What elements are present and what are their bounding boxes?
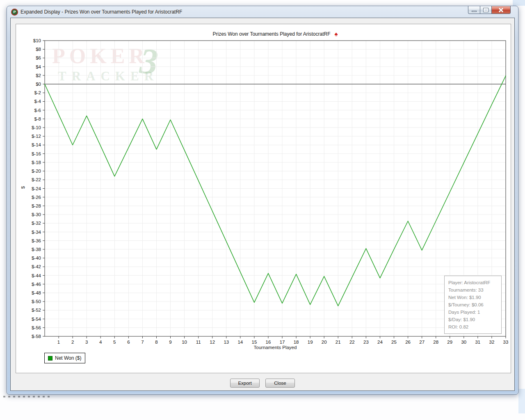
y-tick-label: $-30 [32,212,41,217]
x-tick-label: 20 [322,340,327,345]
x-tick-label: 12 [210,340,215,345]
x-tick-label: 16 [266,340,271,345]
y-tick-label: $6 [36,55,41,60]
y-tick-label: $-36 [32,238,41,243]
net-won-legend-label: Net Won ($) [55,355,81,361]
x-tick-label: 21 [336,340,341,345]
x-tick-label: 11 [196,340,201,345]
x-tick-label: 29 [447,340,452,345]
maximize-button[interactable] [480,6,492,14]
x-tick-label: 8 [155,340,158,345]
x-tick-label: 5 [113,340,116,345]
desktop-fragment-bottom-right [518,389,525,413]
y-tick-label: $-58 [32,334,41,339]
y-tick-label: $4 [36,64,41,69]
close-window-button[interactable] [491,6,511,14]
y-tick-label: $-56 [32,325,41,330]
x-tick-label: 22 [349,340,355,345]
y-tick-label: $-22 [32,177,41,182]
x-tick-label: 31 [475,340,480,345]
y-tick-label: $-34 [32,230,41,235]
y-tick-label: $-26 [32,195,41,200]
chart-panel: POKER 3 TRACKER Prizes Won over Tourname… [16,24,511,373]
x-tick-label: 15 [252,340,257,345]
x-tick-label: 14 [237,340,243,345]
y-tick-label: $-14 [32,142,41,147]
y-tick-label: $-18 [32,160,41,165]
minimize-button[interactable] [468,6,480,14]
x-tick-label: 25 [391,340,397,345]
close-button[interactable]: Close [265,379,295,388]
y-tick-label: $-44 [32,273,41,278]
expanded-display-window: P Expanded Display - Prizes Won over Tou… [7,6,518,395]
x-axis-title: Tournaments Played [45,345,506,350]
footer-buttons: Export Close [11,379,514,388]
stat-player: Player: AristocratRF [448,279,498,286]
y-tick-label: $-32 [32,221,41,226]
export-button[interactable]: Export [230,379,260,388]
x-tick-label: 33 [503,340,509,345]
player-stats-box: Player: AristocratRF Tournaments: 33 Net… [444,276,502,334]
minimize-icon [472,11,477,12]
y-tick-label: $10 [33,38,41,43]
x-tick-label: 26 [405,340,411,345]
y-tick-label: $-2 [34,90,41,95]
y-tick-label: $-38 [32,247,41,252]
y-tick-label: $-52 [32,308,41,313]
x-tick-label: 7 [141,340,144,345]
y-tick-label: $-50 [32,299,41,304]
x-tick-label: 17 [280,340,285,345]
x-tick-label: 19 [308,340,313,345]
maximize-icon [484,8,488,12]
y-tick-label: $-16 [32,151,41,156]
y-tick-label: $-10 [32,125,41,130]
chart-legend: Net Won ($) [44,353,85,363]
y-tick-label: $-46 [32,282,41,287]
pokertracker-app-icon: P [11,9,18,16]
x-tick-label: 32 [489,340,495,345]
net-won-legend-swatch [48,356,52,361]
stat-roi: ROI: 0.82 [448,323,498,331]
y-tick-label: $-6 [34,108,41,113]
x-tick-label: 13 [224,340,229,345]
x-tick-label: 2 [71,340,74,345]
x-tick-label: 23 [363,340,369,345]
y-tick-label: $-28 [32,203,41,208]
x-tick-label: 27 [419,340,425,345]
x-tick-label: 18 [294,340,299,345]
y-tick-label: $-54 [32,317,41,322]
chart-svg: $10$8$6$4$2$0$-2$-4$-6$-8$-10$-12$-14$-1… [16,24,511,374]
y-tick-label: $-4 [34,99,41,104]
x-tick-label: 1 [57,340,60,345]
x-tick-label: 6 [127,340,130,345]
x-tick-label: 9 [169,340,171,345]
stat-per-day: $/Day: $1.90 [448,316,498,323]
y-tick-label: $-12 [32,134,41,139]
x-tick-label: 28 [433,340,438,345]
stat-per-tourney: $/Tourney: $0.06 [448,301,498,308]
dialog-body: POKER 3 TRACKER Prizes Won over Tourname… [10,18,515,391]
y-tick-label: $2 [36,73,41,78]
y-tick-label: $-24 [32,186,41,191]
close-icon [498,7,504,13]
x-tick-label: 4 [99,340,102,345]
stat-tournaments: Tournaments: 33 [448,286,498,294]
desktop-fragment-top-right [513,0,525,6]
x-tick-label: 10 [182,340,187,345]
window-title: Expanded Display - Prizes Won over Tourn… [21,9,182,15]
stat-net-won: Net Won: $1.90 [448,294,498,301]
y-tick-label: $0 [36,82,41,87]
y-tick-label: $8 [36,47,41,52]
y-tick-label: $-40 [32,256,41,260]
y-axis-title: $ [21,186,25,189]
x-tick-label: 24 [377,340,383,345]
y-tick-label: $-42 [32,264,41,269]
x-tick-label: 30 [461,340,466,345]
x-tick-label: 3 [85,340,88,345]
titlebar[interactable]: P Expanded Display - Prizes Won over Tou… [7,6,518,18]
stat-days-played: Days Played: 1 [448,308,498,316]
window-controls [468,6,511,14]
y-tick-label: $-48 [32,290,41,295]
y-tick-label: $-20 [32,169,41,173]
desktop-artifact [3,396,52,397]
